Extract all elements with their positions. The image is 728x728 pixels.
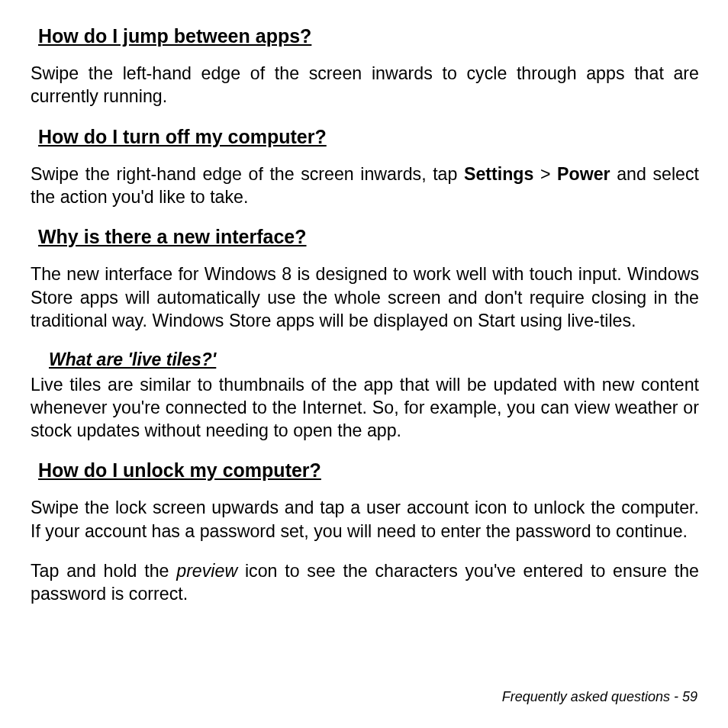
faq-body-live-tiles: Live tiles are similar to thumbnails of … <box>31 373 699 442</box>
text-run: > <box>533 164 557 184</box>
page-content: How do I jump between apps? Swipe the le… <box>31 24 699 689</box>
faq-body-turn-off: Swipe the right-hand edge of the screen … <box>31 163 699 208</box>
faq-heading-jump-apps: How do I jump between apps? <box>38 24 699 48</box>
faq-body-new-interface: The new interface for Windows 8 is desig… <box>31 263 699 331</box>
page-footer: Frequently asked questions - 59 <box>31 689 699 705</box>
footer-label: Frequently asked questions - <box>502 689 682 704</box>
faq-body-unlock-1: Swipe the lock screen upwards and tap a … <box>31 496 699 542</box>
text-run: Tap and hold the <box>31 561 176 581</box>
footer-page-number: 59 <box>682 689 697 704</box>
faq-body-unlock-2: Tap and hold the preview icon to see the… <box>31 559 699 605</box>
bold-settings: Settings <box>464 164 533 184</box>
faq-heading-turn-off: How do I turn off my computer? <box>38 125 699 149</box>
document-page: How do I jump between apps? Swipe the le… <box>0 0 728 728</box>
faq-subheading-live-tiles: What are 'live tiles?' <box>49 349 699 372</box>
faq-heading-unlock: How do I unlock my computer? <box>38 459 699 482</box>
faq-body-jump-apps: Swipe the left-hand edge of the screen i… <box>31 62 699 108</box>
italic-preview: preview <box>176 561 237 581</box>
bold-power: Power <box>557 164 610 184</box>
faq-heading-new-interface: Why is there a new interface? <box>38 225 699 249</box>
text-run: Swipe the right-hand edge of the screen … <box>31 164 464 184</box>
